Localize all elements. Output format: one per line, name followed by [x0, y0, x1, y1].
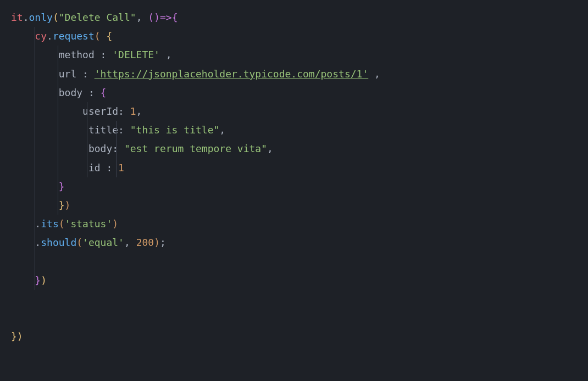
method-name: request: [53, 30, 95, 42]
code-line-6: userId: 1,: [11, 102, 577, 121]
string-literal: "est rerum tempore vita": [124, 143, 267, 154]
code-line-4: url : 'https://jsonplaceholder.typicode.…: [11, 65, 577, 83]
object-key: body: [59, 87, 82, 98]
object-key: id: [88, 162, 101, 173]
object-key: userId: [82, 105, 118, 117]
code-line-8: body: "est rerum tempore vita",: [11, 139, 577, 158]
number-literal: 1: [118, 162, 124, 173]
number-literal: 200: [136, 237, 154, 248]
code-line-2: cy.request( {: [11, 27, 577, 46]
code-line-14: [11, 252, 577, 271]
method-name: should: [41, 237, 76, 248]
object-key: title: [88, 124, 118, 136]
code-line-9: id : 1: [11, 159, 577, 177]
number-literal: 1: [130, 105, 136, 117]
string-literal: 'equal': [82, 237, 124, 248]
object-key: method: [59, 49, 95, 60]
string-literal: "this is title": [130, 124, 220, 136]
code-line-7: title: "this is title",: [11, 121, 577, 139]
string-literal: 'DELETE': [112, 49, 160, 60]
code-line-3: method : 'DELETE' ,: [11, 46, 577, 64]
code-editor: it.only("Delete Call", ()=>{ cy.request(…: [11, 8, 577, 346]
identifier: it: [11, 12, 23, 23]
method-name: its: [41, 218, 59, 229]
object-key: body: [88, 143, 112, 154]
code-line-18: }): [11, 327, 577, 346]
object-key: url: [59, 68, 77, 80]
code-line-10: }: [11, 177, 577, 196]
code-line-1: it.only("Delete Call", ()=>{: [11, 8, 577, 27]
code-line-5: body : {: [11, 83, 577, 102]
identifier: cy: [35, 30, 47, 42]
string-literal: "Delete Call": [59, 12, 136, 23]
code-line-16: [11, 290, 577, 309]
code-line-13: .should('equal', 200);: [11, 233, 577, 252]
method-name: only: [29, 12, 53, 23]
code-line-11: }): [11, 196, 577, 215]
code-line-17: [11, 309, 577, 327]
code-line-12: .its('status'): [11, 215, 577, 233]
code-line-15: }): [11, 271, 577, 290]
arrow: =>: [160, 12, 172, 23]
string-literal: 'status': [65, 218, 113, 229]
url-string: 'https://jsonplaceholder.typicode.com/po…: [95, 68, 369, 80]
